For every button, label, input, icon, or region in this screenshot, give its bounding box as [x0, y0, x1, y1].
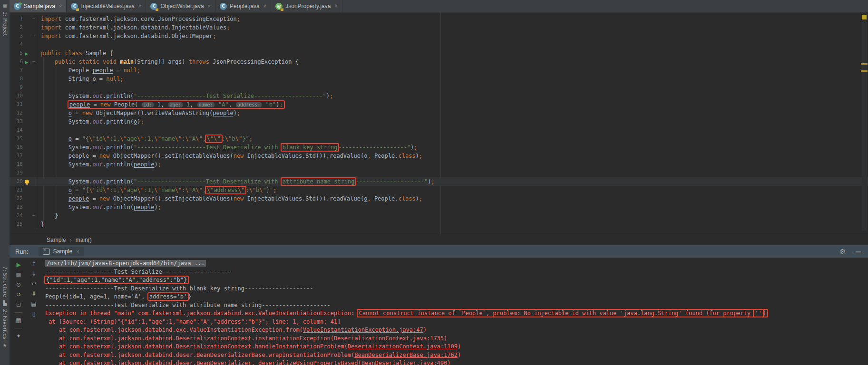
code-text: people = new ObjectMapper().setInjectabl…	[37, 152, 422, 160]
stack-trace-link[interactable]: ValueInstantiationException.java:47	[303, 327, 423, 333]
breadcrumb-item[interactable]: Sample	[47, 237, 66, 243]
console-output: /usr/lib/jvm/java-8-openjdk-amd64/bin/ja…	[45, 259, 860, 365]
text-segment: people	[69, 101, 90, 108]
print-button[interactable]: ▤	[31, 301, 36, 307]
pin-button[interactable]: ✦	[16, 333, 21, 339]
text-segment: ''	[755, 310, 761, 317]
close-icon[interactable]: ×	[208, 3, 211, 9]
close-icon[interactable]: ×	[138, 3, 141, 9]
editor-scrollbar[interactable]	[862, 21, 867, 231]
fold-marker[interactable]: −	[30, 211, 37, 220]
text-segment: --------------------"	[355, 178, 428, 185]
text-segment: main	[120, 58, 134, 65]
text-segment: ;	[431, 178, 434, 185]
code-editor[interactable]: 1−import com.fasterxml.jackson.core.Json…	[10, 13, 868, 234]
line-number: 12	[10, 109, 23, 117]
line-number: 5	[10, 49, 23, 58]
export-button[interactable]: ⊡	[16, 302, 21, 307]
stripe-item-7-structure[interactable]: 7: Structure	[2, 266, 8, 297]
stripe-item-2-favorites[interactable]: 2: Favorites	[2, 309, 8, 339]
gutter: 15	[10, 134, 37, 143]
run-console[interactable]: ▶■⊙↺⊡▦✦ ↑↓↩⇓▤▯ /usr/lib/jvm/java-8-openj…	[10, 258, 868, 365]
stack-trace-link[interactable]: BeanDeserializer.java:490	[361, 360, 448, 365]
text-segment: --------------------Test Deserialize wit…	[45, 302, 331, 308]
fold-marker[interactable]: −	[30, 15, 37, 23]
run-arrow-icon: ▶	[25, 51, 29, 56]
soft-wrap-button[interactable]: ↩	[31, 281, 36, 287]
breadcrumb-item[interactable]: main()	[76, 237, 92, 243]
text-segment: ;	[213, 33, 216, 39]
fold-marker	[30, 92, 37, 100]
scroll-to-end-button[interactable]: ⇓	[31, 291, 36, 297]
next-frame-button[interactable]: ↓	[31, 271, 36, 277]
code-text: System.out.println("--------------------…	[37, 92, 333, 100]
gutter-icon-cell	[23, 186, 30, 194]
text-segment: System.	[41, 118, 92, 125]
editor-tab-people.java[interactable]: CPeople.java×	[215, 0, 271, 12]
clear-all-button[interactable]: ▯	[32, 311, 36, 317]
stripe-item-1-project[interactable]: 1: Project	[2, 11, 8, 36]
text-segment: \"	[175, 135, 182, 142]
editor-tab-jsonproperty.java[interactable]: @JsonProperty.java×	[271, 0, 342, 12]
text-segment: at com.fasterxml.jackson.databind.exc.Va…	[45, 327, 303, 333]
intention-bulb-icon[interactable]	[23, 177, 30, 186]
fold-marker[interactable]: −	[30, 32, 37, 40]
restore-layout-button[interactable]: ▦	[16, 317, 21, 323]
console-line: at com.fasterxml.jackson.databind.deser.…	[45, 351, 860, 360]
text-segment: )	[326, 93, 330, 99]
code-line: 21 o = "{\"id\":1,\"age\":1,\"name\":\"A…	[10, 186, 868, 194]
error-stripe-mark[interactable]	[861, 70, 868, 72]
gutter: 25	[10, 220, 37, 229]
text-segment: \"	[103, 187, 109, 193]
text-segment: :1,	[110, 135, 120, 142]
restart-button[interactable]: ↺	[16, 292, 21, 298]
run-tab-sample[interactable]: Sample ×	[39, 247, 83, 256]
text-segment: at [Source: (String)"{"id":1,"age":1,"na…	[45, 318, 341, 325]
gutter: 22	[10, 194, 37, 203]
close-icon[interactable]: ×	[263, 3, 266, 9]
editor-tab-objectwriter.java[interactable]: CObjectWriter.java×	[146, 0, 215, 12]
stack-trace-link[interactable]: DeserializationContext.java:1735	[334, 335, 444, 342]
text-segment	[41, 58, 55, 65]
close-icon[interactable]: ×	[76, 249, 79, 254]
error-stripe-mark[interactable]	[861, 63, 868, 65]
settings-gear-icon[interactable]: ⚙	[839, 248, 846, 255]
close-icon[interactable]: ×	[334, 3, 337, 9]
class-file-icon: C	[150, 3, 157, 10]
thread-dump-button[interactable]: ⊙	[16, 282, 21, 288]
gutter-icon-cell	[23, 40, 30, 49]
fold-marker[interactable]: −	[30, 58, 37, 66]
text-segment: System.	[41, 161, 92, 168]
fold-marker	[30, 186, 37, 194]
gutter: 17	[10, 152, 37, 160]
text-segment: at com.fasterxml.jackson.databind.deser.…	[45, 352, 354, 358]
line-number: 21	[10, 186, 23, 194]
editor-tab-injectablevalues.java[interactable]: CInjectableValues.java×	[67, 0, 146, 12]
run-arrow-icon: ▶	[25, 60, 29, 65]
prev-frame-button[interactable]: ↑	[31, 261, 36, 267]
run-gutter-icon[interactable]: ▶	[23, 58, 30, 66]
stop-button[interactable]: ■	[16, 272, 21, 278]
error-stripe-status-icon	[862, 15, 867, 19]
editor-tab-sample.java[interactable]: CSample.java×	[10, 0, 67, 12]
hide-panel-icon[interactable]: —	[855, 248, 861, 255]
close-icon[interactable]: ×	[59, 3, 62, 9]
text-segment: .println(	[103, 204, 134, 211]
gutter-icon-cell	[23, 211, 30, 220]
stack-trace-link[interactable]: BeanDeserializerBase.java:1762	[354, 352, 458, 358]
stack-trace-link[interactable]: DeserializationContext.java:1109	[348, 343, 458, 350]
rerun-button[interactable]: ▶	[16, 262, 20, 268]
code-line: 22 people = new ObjectMapper().setInject…	[10, 194, 868, 203]
text-segment: public static void	[55, 58, 120, 65]
run-gutter-icon[interactable]: ▶	[23, 49, 30, 58]
text-segment: ;	[273, 187, 276, 193]
text-segment: )	[458, 352, 461, 358]
line-number: 24	[10, 211, 23, 220]
fold-marker	[30, 75, 37, 83]
text-segment: "--------------------Test Deserialize wi…	[134, 144, 282, 151]
console-line: --------------------Test Serialize------…	[45, 268, 860, 277]
text-segment: \"	[120, 135, 127, 142]
code-text: System.out.println(people);	[37, 203, 161, 211]
run-label: Run:	[15, 248, 28, 255]
text-segment: address	[214, 187, 238, 193]
